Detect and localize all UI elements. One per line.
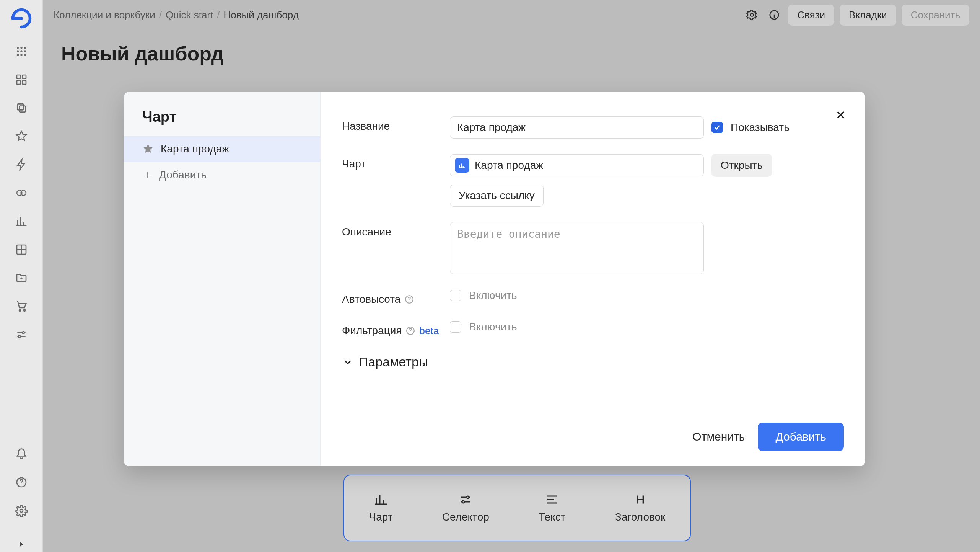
modal-sidebar: Чарт Карта продаж Добавить [124,92,321,466]
params-label: Параметры [359,354,428,369]
autoheight-checkbox-label: Включить [469,289,517,302]
chart-select[interactable]: Карта продаж [450,154,704,176]
chart-list-add-label: Добавить [159,169,207,181]
label-name: Название [342,116,450,132]
cancel-button[interactable]: Отменить [692,430,745,443]
star-filled-icon [142,143,154,155]
label-autoheight: Автовысота [342,289,450,305]
specify-link-button[interactable]: Указать ссылку [450,185,544,207]
show-checkbox-label: Показывать [731,121,790,134]
label-description: Описание [342,222,450,238]
autoheight-checkbox[interactable] [450,290,461,301]
add-button[interactable]: Добавить [758,423,844,451]
chart-list-item-label: Карта продаж [161,143,229,155]
filtering-checkbox-label: Включить [469,321,517,333]
help-tooltip-icon[interactable] [404,294,414,304]
modal-title: Чарт [124,92,320,136]
label-chart: Чарт [342,154,450,170]
chart-list-add[interactable]: Добавить [124,162,320,188]
description-input[interactable] [450,222,704,274]
open-button[interactable]: Открыть [711,154,772,177]
chart-modal: Чарт Карта продаж Добавить Название Пока… [124,92,865,466]
name-input[interactable] [450,116,704,139]
params-toggle[interactable]: Параметры [342,345,844,369]
chart-chip-icon [455,158,469,173]
help-tooltip-icon[interactable] [405,326,415,336]
beta-badge: beta [419,325,439,337]
filtering-checkbox[interactable] [450,321,461,333]
plus-icon [142,170,152,180]
chart-list-item-selected[interactable]: Карта продаж [124,136,320,162]
show-checkbox[interactable] [711,122,723,133]
modal-body: Название Показывать Чарт Карта продаж От [321,92,865,466]
label-filtering: Фильтрация beta [342,321,450,337]
close-icon[interactable] [833,107,848,122]
chart-select-value: Карта продаж [475,159,543,171]
